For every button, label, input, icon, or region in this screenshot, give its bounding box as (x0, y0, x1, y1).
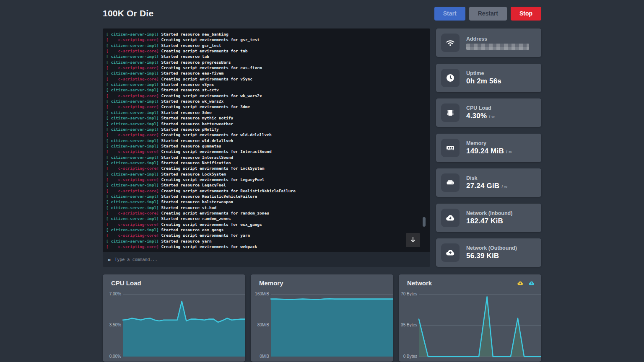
cloud-download-icon (441, 209, 460, 227)
console-log-line: [ citizen-server-impl] Started resource … (106, 127, 426, 132)
console-log-line: [ citizen-server-impl] Started resource … (106, 138, 426, 143)
memory-plot (271, 294, 393, 357)
command-input[interactable] (114, 257, 425, 262)
stat-label: Network (Outbound) (466, 245, 517, 251)
console-log-line: [ citizen-server-impl] Started resource … (106, 155, 426, 160)
cpu-load-chart: CPU Load 7.00% 3.50% 0.00% (103, 274, 245, 362)
stat-label: Network (Inbound) (466, 210, 512, 216)
outbound-toggle-cloud-upload-icon[interactable] (528, 280, 535, 287)
stat-card-network-inbound: Network (Inbound) 182.47 KiB (436, 204, 541, 232)
console-log-line: [ citizen-server-impl] Started resource … (106, 199, 426, 204)
stat-card-network-outbound: Network (Outbound) 56.39 KiB (436, 238, 541, 267)
stat-label: Disk (466, 175, 507, 181)
y-tick: 35 Bytes (399, 323, 417, 328)
dashboard-page: 100K Or Die Start Restart Stop [ citizen… (103, 0, 541, 362)
console-log-line: [ c-scripting-core] Creating script envi… (106, 165, 426, 171)
stat-value: 4.30% (466, 112, 487, 120)
stat-value: 149.24 MiB (466, 147, 504, 155)
console-log-line: [ citizen-server-impl] Started resource … (106, 205, 426, 210)
chart-title: Memory (259, 279, 283, 287)
console-log-line: [ c-scripting-core] Creating script envi… (106, 48, 426, 54)
start-button[interactable]: Start (434, 7, 465, 21)
console-log-line: [ citizen-server-impl] Started resource … (106, 87, 426, 93)
disk-icon (441, 173, 460, 192)
main-row: [ citizen-server-impl] Started resource … (103, 28, 541, 267)
scroll-to-bottom-button[interactable] (406, 233, 420, 247)
y-tick: 0 Bytes (399, 354, 417, 359)
cloud-upload-icon (441, 243, 460, 262)
console-log-line: [ citizen-server-impl] Started resource … (106, 115, 426, 121)
console-log-line: [ c-scripting-core] Creating script envi… (106, 104, 426, 109)
console-log-line: [ citizen-server-impl] Started resource … (106, 171, 426, 177)
y-tick: 0.00% (103, 354, 121, 359)
restart-button[interactable]: Restart (469, 7, 507, 21)
stat-label: Uptime (466, 70, 501, 76)
console-log-line: [ citizen-server-impl] Started resource … (106, 182, 426, 188)
stat-label: Memory (466, 140, 512, 146)
chart-title: Network (407, 279, 432, 287)
console-panel: [ citizen-server-impl] Started resource … (103, 28, 430, 267)
stat-card-cpu-load: CPU Load 4.30% / ∞ (436, 98, 541, 127)
stat-label: Address (466, 36, 529, 42)
console-log-line: [ c-scripting-core] Creating script envi… (106, 222, 426, 227)
console-log-line: [ c-scripting-core] Creating script envi… (106, 233, 426, 238)
console-log-line: [ c-scripting-core] Creating script envi… (106, 93, 426, 98)
console-log-line: [ c-scripting-core] Creating script envi… (106, 149, 426, 154)
stat-value: 27.24 GiB (466, 182, 499, 190)
console-log-line: [ citizen-server-impl] Started resource … (106, 121, 426, 127)
command-prompt-icon: » (108, 256, 111, 263)
stat-card-disk: Disk 27.24 GiB / ∞ (436, 168, 541, 197)
console-log-line: [ citizen-server-impl] Started resource … (106, 238, 426, 244)
stat-value: 0h 2m 56s (466, 77, 501, 85)
console-log-line: [ c-scripting-core] Creating script envi… (106, 132, 426, 137)
console-log-line: [ c-scripting-core] Creating script envi… (106, 188, 426, 194)
console-log-line: [ c-scripting-core] Creating script envi… (106, 37, 426, 42)
console-log-line: [ c-scripting-core] Creating script envi… (106, 65, 426, 70)
arrow-down-icon (409, 236, 417, 245)
console-log-line: [ citizen-server-impl] Started resource … (106, 143, 426, 149)
console-log-line: [ citizen-server-impl] Started resource … (106, 98, 426, 104)
inbound-toggle-cloud-download-icon[interactable] (517, 280, 524, 287)
console-log-line: [ citizen-server-impl] Started resource … (106, 31, 426, 37)
stat-limit-suffix: / ∞ (506, 149, 512, 154)
stat-limit-suffix: / ∞ (501, 184, 507, 189)
clock-icon (441, 69, 460, 87)
console-log[interactable]: [ citizen-server-impl] Started resource … (103, 28, 430, 252)
address-value-redacted (466, 44, 529, 50)
server-action-buttons: Start Restart Stop (434, 7, 541, 21)
console-log-line: [ c-scripting-core] Creating script envi… (106, 177, 426, 182)
stat-value: 56.39 KiB (466, 252, 499, 260)
wifi-icon (441, 34, 460, 52)
console-log-line: [ citizen-server-impl] Started resource … (106, 54, 426, 59)
memory-icon (441, 139, 460, 157)
stat-card-uptime: Uptime 0h 2m 56s (436, 64, 541, 92)
memory-chart: Memory 160MiB 80MiB 0MiB (251, 274, 393, 362)
console-log-line: [ citizen-server-impl] Started resource … (106, 82, 426, 87)
network-legend (517, 280, 535, 287)
console-log-line: [ c-scripting-core] Creating script envi… (106, 76, 426, 82)
y-tick: 160MiB (251, 292, 269, 297)
console-log-line: [ citizen-server-impl] Started resource … (106, 59, 426, 65)
console-log-line: [ citizen-server-impl] Started resource … (106, 160, 426, 165)
console-scrollbar-thumb[interactable] (423, 217, 426, 227)
y-tick: 70 Bytes (399, 292, 417, 297)
stats-sidebar: Address Uptime 0h 2m 56s CPU Load (436, 28, 541, 267)
y-tick: 80MiB (251, 323, 269, 328)
stat-card-memory: Memory 149.24 MiB / ∞ (436, 134, 541, 162)
console-log-line: [ citizen-server-impl] Started resource … (106, 70, 426, 76)
charts-row: CPU Load 7.00% 3.50% 0.00% Memory 160MiB… (103, 274, 541, 362)
console-log-line: [ citizen-server-impl] Started resource … (106, 216, 426, 221)
console-log-line: [ citizen-server-impl] Started resource … (106, 43, 426, 48)
stat-card-address: Address (436, 28, 541, 57)
network-plot (419, 294, 541, 357)
console-log-line: [ citizen-server-impl] Started resource … (106, 227, 426, 233)
stat-value: 182.47 KiB (466, 217, 503, 225)
page-title: 100K Or Die (103, 8, 153, 18)
stop-button[interactable]: Stop (511, 7, 541, 21)
console-log-line: [ citizen-server-impl] Started resource … (106, 194, 426, 199)
topbar: 100K Or Die Start Restart Stop (103, 4, 541, 23)
chart-title: CPU Load (111, 279, 141, 287)
y-tick: 0MiB (251, 354, 269, 359)
console-log-line: [ citizen-server-impl] Started resource … (106, 110, 426, 115)
command-bar: » (103, 252, 430, 267)
